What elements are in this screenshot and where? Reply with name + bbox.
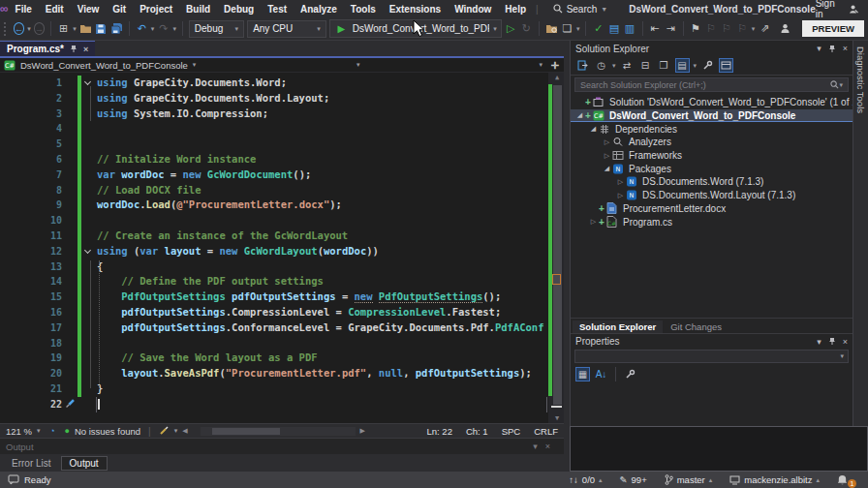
code-line[interactable]: 5 bbox=[0, 137, 564, 152]
send-feedback-icon[interactable]: ⇗ bbox=[758, 21, 772, 36]
menu-file[interactable]: File bbox=[9, 4, 39, 15]
chevron-down-icon[interactable]: ▾ bbox=[839, 81, 843, 89]
tree-item[interactable]: ◢+C#DsWord_Convert_Word_to_PDFConsole bbox=[571, 109, 852, 123]
expander-expanded-icon[interactable]: ◢ bbox=[602, 165, 612, 172]
tree-item[interactable]: +Solution 'DsWord_Convert_Word_to_PDFCon… bbox=[571, 96, 852, 109]
code-line[interactable]: 7var wordDoc = new GcWordDocument(); bbox=[0, 168, 564, 183]
bookmark-icon[interactable]: ⚑ bbox=[689, 21, 701, 36]
menu-window[interactable]: Window bbox=[448, 4, 498, 15]
repository-status[interactable]: mackenzie.albitz ▴ bbox=[729, 474, 820, 485]
uncomment-icon[interactable]: ▥ bbox=[623, 21, 636, 36]
eol-mode[interactable]: CRLF bbox=[534, 426, 558, 437]
tab-error-list[interactable]: Error List bbox=[4, 457, 59, 470]
sync-with-active-document-icon[interactable]: ⇄ bbox=[620, 58, 635, 73]
menu-help[interactable]: Help bbox=[498, 4, 533, 15]
tab-output[interactable]: Output bbox=[61, 456, 108, 471]
code-line[interactable]: 19 // Save the Word layout as a PDF bbox=[0, 351, 564, 366]
breadcrumb-project[interactable]: DsWord_Convert_Word_to_PDFConsole bbox=[20, 60, 188, 71]
indent-mode[interactable]: SPC bbox=[502, 426, 521, 437]
chevron-down-icon[interactable]: ▾ bbox=[27, 25, 31, 33]
feedback-bubble-icon[interactable] bbox=[8, 474, 19, 485]
clear-bookmarks-icon[interactable]: ⚐ bbox=[736, 21, 749, 36]
expander-collapsed-icon[interactable]: ▷ bbox=[602, 138, 612, 146]
code-line[interactable]: 16 pdfOutputSettings.CompressionLevel = … bbox=[0, 305, 564, 320]
tree-item[interactable]: ◢Dependencies bbox=[571, 122, 852, 136]
sign-in-icon[interactable] bbox=[849, 4, 858, 15]
chevron-down-icon[interactable]: ▾ bbox=[752, 25, 756, 33]
code-cleanup-icon[interactable] bbox=[159, 425, 170, 438]
pin-icon[interactable] bbox=[828, 337, 836, 346]
horizontal-scrollbar[interactable] bbox=[201, 427, 356, 436]
comment-icon[interactable]: ▤ bbox=[607, 21, 620, 36]
git-branch-status[interactable]: master ▴ bbox=[665, 474, 713, 485]
pin-icon[interactable] bbox=[70, 45, 78, 53]
close-icon[interactable]: × bbox=[843, 44, 848, 53]
code-line[interactable]: 20 layout.SaveAsPdf("ProcurementLetter.p… bbox=[0, 366, 564, 381]
solution-configuration-dropdown[interactable]: Debug▾ bbox=[189, 20, 244, 38]
solution-explorer-search[interactable]: Search Solution Explorer (Ctrl+;) ▾ bbox=[574, 77, 849, 92]
categorized-icon[interactable]: ▦ bbox=[575, 367, 590, 381]
code-line[interactable]: 13{ bbox=[0, 259, 564, 275]
tree-item[interactable]: ▷Frameworks bbox=[571, 149, 852, 163]
find-in-files-icon[interactable] bbox=[545, 21, 558, 36]
chevron-down-icon[interactable]: ▾ bbox=[576, 25, 580, 33]
tree-item[interactable]: ◢NPackages bbox=[571, 162, 852, 175]
close-icon[interactable]: × bbox=[843, 337, 848, 347]
column-indicator[interactable]: Ch: 1 bbox=[466, 426, 488, 437]
chevron-down-icon[interactable]: ▾ bbox=[612, 62, 616, 70]
menu-build[interactable]: Build bbox=[179, 4, 217, 15]
spell-check-icon[interactable]: ✓ bbox=[592, 21, 604, 36]
chevron-down-icon[interactable]: ▾ bbox=[817, 44, 822, 53]
scroll-down-icon[interactable]: ▼ bbox=[552, 414, 562, 422]
properties-copy-icon[interactable]: ❐ bbox=[657, 58, 671, 73]
navigate-back-icon[interactable]: ← bbox=[14, 22, 25, 35]
sign-in-link[interactable]: Sign in bbox=[816, 0, 843, 19]
chevron-down-icon[interactable]: ▾ bbox=[539, 61, 542, 69]
report-problem-icon[interactable] bbox=[778, 21, 792, 36]
code-line[interactable]: 18 bbox=[0, 336, 564, 351]
code-line[interactable]: 12using (var layout = new GcWordLayout(w… bbox=[0, 244, 564, 259]
pending-changes-filter-icon[interactable]: ◷ bbox=[594, 58, 608, 73]
save-all-icon[interactable] bbox=[110, 21, 123, 36]
chevron-down-icon[interactable]: ▾ bbox=[356, 61, 360, 69]
code-line[interactable]: 17 pdfOutputSettings.ConformanceLevel = … bbox=[0, 320, 564, 336]
new-window-icon[interactable]: ❏ bbox=[561, 21, 574, 36]
toolbar-drag-handle[interactable] bbox=[4, 22, 9, 36]
code-line[interactable]: 2using GrapeCity.Documents.Word.Layout; bbox=[0, 91, 564, 107]
tree-item[interactable]: ▷NDS.Documents.Word (7.1.3) bbox=[571, 175, 852, 189]
property-pages-icon[interactable] bbox=[623, 367, 637, 381]
close-icon[interactable]: × bbox=[83, 45, 88, 54]
line-indicator[interactable]: Ln: 22 bbox=[427, 426, 452, 437]
expander-collapsed-icon[interactable]: ▷ bbox=[615, 178, 626, 186]
show-all-files-icon[interactable]: ▤ bbox=[675, 58, 690, 73]
chevron-down-icon[interactable]: ▾ bbox=[493, 25, 497, 33]
menu-analyze[interactable]: Analyze bbox=[294, 4, 344, 15]
preview-features-button[interactable]: PREVIEW bbox=[802, 20, 864, 37]
scroll-left-icon[interactable]: ◀ bbox=[182, 427, 187, 435]
decrease-indent-icon[interactable]: ⇤ bbox=[648, 21, 661, 36]
previous-bookmark-icon[interactable]: ⚐ bbox=[704, 21, 717, 36]
close-icon[interactable]: × bbox=[545, 442, 550, 451]
switch-views-icon[interactable] bbox=[575, 58, 590, 73]
code-line[interactable]: 3using System.IO.Compression; bbox=[0, 107, 564, 122]
properties-object-dropdown[interactable]: ▾ bbox=[574, 350, 849, 363]
chevron-down-icon[interactable]: ▾ bbox=[172, 25, 176, 33]
code-line[interactable]: 8// Load DOCX file bbox=[0, 183, 564, 198]
tree-item[interactable]: +ProcurementLetter.docx bbox=[571, 202, 852, 216]
menu-project[interactable]: Project bbox=[133, 4, 179, 15]
menu-tools[interactable]: Tools bbox=[344, 4, 383, 15]
pin-icon[interactable] bbox=[828, 45, 836, 53]
diagnostic-tools-tab[interactable]: Diagnostic Tools bbox=[853, 41, 868, 119]
scrollbar-thumb[interactable] bbox=[553, 85, 562, 405]
start-without-debugging-icon[interactable]: ▷ bbox=[505, 21, 517, 36]
expander-collapsed-icon[interactable]: ▷ bbox=[615, 192, 626, 199]
preview-selected-items-icon[interactable] bbox=[719, 58, 733, 73]
increase-indent-icon[interactable]: ⇥ bbox=[664, 21, 676, 36]
scroll-right-icon[interactable]: ▶ bbox=[360, 427, 365, 435]
chevron-down-icon[interactable]: ▾ bbox=[151, 25, 155, 33]
open-file-icon[interactable] bbox=[79, 21, 92, 36]
scrollbar-thumb[interactable] bbox=[212, 428, 280, 435]
chevron-down-icon[interactable]: ▾ bbox=[193, 61, 197, 69]
next-bookmark-icon[interactable]: ⚐ bbox=[721, 21, 733, 36]
menu-git[interactable]: Git bbox=[106, 4, 133, 15]
